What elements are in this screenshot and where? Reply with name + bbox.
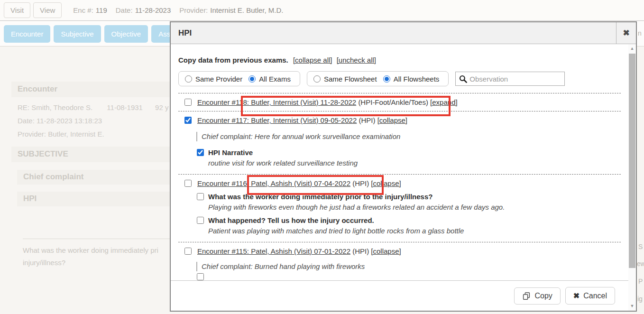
cancel-button[interactable]: ✖ Cancel	[565, 287, 615, 305]
cancel-x-icon: ✖	[573, 291, 580, 300]
divider	[23, 239, 175, 239]
clipped-text-fragment: P	[638, 277, 643, 285]
encounter-115-type: (HPI)	[352, 247, 369, 255]
encounter-block-117: Encounter #117: Butler, Internist (Visit…	[178, 111, 621, 174]
clipped-checkbox[interactable]	[197, 273, 204, 280]
all-exams-label[interactable]: All Exams	[259, 75, 291, 83]
modal-scrollbar[interactable]: ▲ ▼	[628, 44, 636, 311]
visit-button[interactable]: Visit	[4, 2, 30, 18]
encounter-118-type: (HPI-Foot/Ankle/Toes)	[358, 98, 428, 106]
question2-checkbox[interactable]	[197, 217, 204, 224]
encounter-row-115: Encounter #115: Patel, Ashish (Visit) 07…	[178, 242, 621, 255]
clipped-text-fragment: ew	[637, 260, 644, 268]
clipped-text-fragment: ig	[637, 295, 643, 303]
top-toolbar: Visit View Enc #: 119 Date: 11-28-2023 P…	[0, 0, 644, 21]
scroll-up-icon[interactable]: ▲	[628, 45, 636, 52]
clipped-text-fragment: n	[638, 29, 642, 37]
observation-search-box	[455, 72, 565, 86]
observation-label: What was the worker doing immediately pr…	[208, 192, 432, 201]
patient-dob: 11-08-1931	[107, 103, 143, 111]
encounter-118-link[interactable]: Encounter #118: Butler, Internist (Visit…	[197, 98, 356, 106]
dialog-body: Copy data from previous exams. [collapse…	[171, 45, 628, 311]
patient-age: 92 y	[155, 103, 168, 111]
date-value: 11-28-2023	[135, 6, 171, 14]
hpi-narrative-checkbox[interactable]	[197, 149, 204, 156]
observation-label: HPI Narrative	[208, 148, 253, 157]
observation-item: What was the worker doing immediately pr…	[197, 192, 621, 212]
enc-number-label: Enc #:	[73, 6, 93, 14]
same-provider-label[interactable]: Same Provider	[195, 75, 242, 83]
encounter-date-line: Date: 11-28-2023 13:18:23	[18, 117, 102, 125]
collapse-all-link[interactable]: [collapse all]	[293, 56, 332, 64]
encounter-116-collapse-link[interactable]: [collapse]	[371, 179, 401, 187]
encounter-115-collapse-link[interactable]: [collapse]	[371, 247, 401, 255]
observation-search-input[interactable]	[469, 75, 561, 83]
encounter-provider-line: Provider: Butler, Internist E.	[18, 130, 104, 138]
patient-line: RE: Smith, Theodore S. 11-08-1931 92 y	[18, 103, 168, 111]
observation-label: What happened? Tell us how the injury oc…	[208, 216, 374, 225]
close-icon: ✖	[623, 28, 629, 38]
encounter-117-checkbox[interactable]	[184, 117, 192, 124]
provider-value: Internist E. Butler, M.D.	[210, 6, 283, 14]
dialog-header: HPI ✖	[171, 22, 636, 44]
scrollbar-thumb[interactable]	[629, 54, 635, 268]
dialog-title: HPI	[171, 22, 616, 44]
intro-text: Copy data from previous exams.	[178, 56, 288, 64]
nav-item-encounter[interactable]: Encounter	[4, 25, 50, 43]
encounter-117-type: (HPI)	[359, 116, 375, 124]
encounter-117-link[interactable]: Encounter #117: Butler, Internist (Visit…	[197, 116, 357, 124]
encounter-115-checkbox[interactable]	[184, 248, 192, 255]
all-flowsheets-radio[interactable]	[383, 75, 390, 83]
copy-button-label: Copy	[534, 292, 552, 300]
flowsheet-filter-group: Same Flowsheet All Flowsheets	[307, 71, 449, 86]
clipped-text-fragment: S	[638, 243, 643, 250]
chief-complaint-quote: Chief complaint: Burned hand playing wit…	[196, 262, 621, 271]
scroll-down-icon[interactable]: ▼	[628, 303, 636, 309]
cancel-button-label: Cancel	[583, 292, 607, 300]
close-button[interactable]: ✖	[616, 22, 636, 44]
nav-item-objective[interactable]: Objective	[104, 25, 148, 43]
encounter-115-link[interactable]: Encounter #115: Patel, Ashish (Visit) 07…	[197, 247, 350, 255]
chief-complaint-quote: Chief complaint: Here for annual work su…	[196, 132, 621, 141]
nav-item-subjective[interactable]: Subjective	[54, 25, 101, 43]
observation-value: Playing with fireworks even though he ju…	[208, 203, 621, 212]
encounter-row-117: Encounter #117: Butler, Internist (Visit…	[178, 111, 621, 124]
all-exams-radio[interactable]	[248, 75, 256, 83]
observation-value: Patient was playing with matches and tri…	[208, 226, 621, 235]
provider-label: Provider:	[179, 6, 208, 14]
encounter-118-expand-link[interactable]: [expand]	[430, 98, 458, 106]
dialog-footer: Copy ✖ Cancel	[171, 280, 628, 311]
observation-value: routine visit for work related surveilla…	[208, 158, 621, 167]
filter-row: Same Provider All Exams Same Flowsheet A…	[178, 71, 621, 86]
intro-line: Copy data from previous exams. [collapse…	[178, 55, 621, 65]
encounter-116-link[interactable]: Encounter #116: Patel, Ashish (Visit) 07…	[197, 179, 350, 187]
all-flowsheets-label[interactable]: All Flowsheets	[394, 75, 440, 83]
encounter-118-checkbox[interactable]	[184, 99, 192, 106]
patient-name: RE: Smith, Theodore S.	[18, 103, 92, 111]
hpi-copy-dialog: HPI ✖ Copy data from previous exams. [co…	[170, 21, 637, 312]
question-fragment-line2: injury/illness?	[23, 259, 65, 267]
encounter-117-collapse-link[interactable]: [collapse]	[377, 116, 407, 124]
encounter-116-checkbox[interactable]	[184, 180, 192, 187]
question-fragment-line1: What was the worker doing immediately pr…	[23, 246, 158, 254]
copy-button[interactable]: Copy	[514, 287, 560, 305]
encounter-row-116: Encounter #116: Patel, Ashish (Visit) 07…	[178, 175, 621, 187]
view-button[interactable]: View	[33, 2, 62, 18]
search-icon	[459, 74, 468, 83]
observation-item: HPI Narrative routine visit for work rel…	[197, 148, 621, 167]
copy-icon	[522, 292, 531, 300]
encounter-116-type: (HPI)	[352, 179, 369, 187]
encounter-row-118: Encounter #118: Butler, Internist (Visit…	[178, 93, 621, 111]
date-label: Date:	[116, 6, 133, 14]
same-flowsheet-label[interactable]: Same Flowsheet	[324, 75, 377, 83]
encounter-block-116: Encounter #116: Patel, Ashish (Visit) 07…	[178, 175, 621, 242]
observation-item: What happened? Tell us how the injury oc…	[197, 216, 621, 235]
uncheck-all-link[interactable]: [uncheck all]	[337, 56, 376, 64]
enc-number-value: 119	[96, 6, 107, 14]
question1-checkbox[interactable]	[197, 193, 204, 200]
same-flowsheet-radio[interactable]	[313, 75, 321, 83]
same-provider-radio[interactable]	[185, 75, 192, 83]
provider-filter-group: Same Provider All Exams	[178, 71, 300, 86]
